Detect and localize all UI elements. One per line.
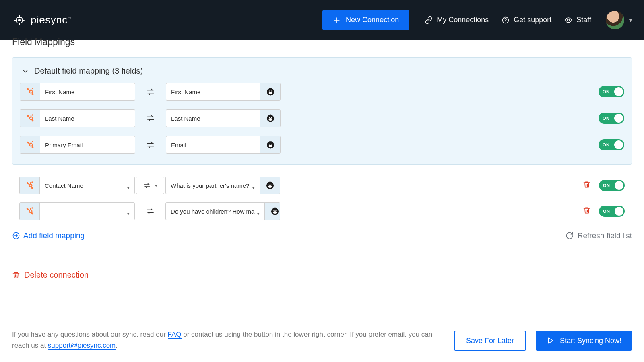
source-field-select[interactable]	[19, 202, 135, 220]
app-header: piesync™ New Connection My Connections G…	[0, 0, 644, 40]
logo[interactable]: piesync™	[12, 13, 71, 27]
page-title: Field Mappings	[12, 37, 632, 47]
target-field: First Name	[166, 83, 281, 101]
footer: If you have any questions about our sync…	[12, 329, 632, 351]
bidirectional-icon	[146, 87, 155, 97]
mailchimp-icon	[260, 110, 280, 127]
delete-connection-label: Delete connection	[24, 270, 89, 280]
chevron-down-icon	[21, 67, 29, 75]
avatar	[606, 11, 624, 29]
start-syncing-button[interactable]: Start Syncing Now!	[536, 331, 632, 351]
refresh-icon	[566, 232, 574, 240]
default-mapping-panel: Default field mapping (3 fields) First N…	[12, 57, 632, 165]
support-email-link[interactable]: support@piesync.com	[48, 341, 116, 350]
question-icon	[502, 16, 510, 24]
toggle[interactable]: ON	[599, 206, 625, 217]
play-icon	[546, 337, 554, 345]
bidirectional-icon	[145, 206, 155, 216]
new-connection-button[interactable]: New Connection	[322, 10, 409, 30]
direction-indicator	[135, 113, 166, 123]
bidirectional-icon	[143, 181, 151, 189]
source-field-value: Contact Name	[40, 182, 134, 189]
target-field-value: What is your partner's name?	[166, 182, 260, 189]
refresh-field-list-button[interactable]: Refresh field list	[566, 231, 632, 240]
direction-indicator	[135, 140, 166, 150]
source-field-value: Primary Email	[40, 142, 135, 148]
piesync-logo-icon	[12, 13, 27, 27]
mapping-row: Primary Email Email ON	[20, 136, 624, 154]
brand-tm: ™	[68, 17, 72, 20]
hubspot-icon	[20, 83, 40, 100]
source-field-value: Last Name	[40, 115, 135, 122]
toggle[interactable]: ON	[599, 113, 624, 124]
nav-staff-label: Staff	[576, 16, 591, 24]
target-field-select[interactable]: Do you have children? How ma	[165, 202, 280, 220]
target-field-value: Do you have children? How ma	[166, 208, 264, 215]
delete-row-button[interactable]	[583, 181, 591, 191]
footer-text: If you have any questions about our sync…	[12, 329, 438, 351]
direction-toggle[interactable]	[136, 177, 164, 194]
toggle[interactable]: ON	[599, 86, 624, 97]
bidirectional-icon	[146, 113, 155, 123]
refresh-field-label: Refresh field list	[578, 231, 632, 240]
direction-indicator	[135, 87, 166, 97]
toggle[interactable]: ON	[599, 180, 625, 191]
toggle[interactable]: ON	[599, 139, 624, 150]
target-field-value: Email	[166, 142, 260, 148]
source-field-select[interactable]: Contact Name	[19, 177, 135, 194]
brand-name: piesync	[31, 14, 68, 26]
trash-icon	[583, 206, 591, 214]
target-field-select[interactable]: What is your partner's name?	[165, 177, 280, 194]
panel-title: Default field mapping (3 fields)	[34, 66, 143, 76]
hubspot-icon	[20, 177, 40, 194]
target-field-value: Last Name	[166, 115, 260, 122]
hubspot-icon	[20, 203, 40, 220]
add-field-label: Add field mapping	[23, 231, 85, 240]
nav-get-support-label: Get support	[514, 16, 551, 24]
source-field: Primary Email	[20, 136, 135, 154]
mailchimp-icon	[264, 203, 280, 220]
mailchimp-icon	[260, 136, 280, 153]
nav-get-support[interactable]: Get support	[502, 16, 551, 24]
user-menu[interactable]	[606, 11, 632, 29]
delete-connection-button[interactable]: Delete connection	[12, 270, 632, 280]
direction-indicator	[135, 206, 165, 216]
mailchimp-icon	[260, 177, 280, 194]
source-field: Last Name	[20, 109, 135, 127]
target-field-value: First Name	[166, 88, 260, 95]
nav-my-connections-label: My Connections	[437, 16, 489, 24]
bidirectional-icon	[146, 140, 155, 150]
source-field-value: First Name	[40, 88, 135, 95]
svg-rect-1	[18, 19, 21, 21]
svg-point-4	[568, 19, 570, 21]
source-field: First Name	[20, 83, 135, 101]
footer-text-3: .	[116, 341, 118, 349]
hubspot-icon	[20, 136, 40, 153]
save-for-later-button[interactable]: Save For Later	[454, 331, 526, 351]
custom-mapping-row: Do you have children? How ma ON	[19, 202, 625, 220]
chevron-down-icon	[629, 16, 632, 23]
delete-row-button[interactable]	[583, 206, 591, 216]
link-icon	[425, 16, 433, 24]
custom-mapping-row: Contact Name What is your partner's name…	[19, 177, 625, 194]
start-syncing-label: Start Syncing Now!	[560, 337, 621, 345]
mapping-row: Last Name Last Name ON	[20, 109, 624, 127]
plus-circle-icon	[12, 232, 20, 240]
nav-staff[interactable]: Staff	[564, 16, 591, 24]
mapping-row: First Name First Name ON	[20, 83, 624, 101]
footer-text-1: If you have any questions about our sync…	[12, 331, 168, 338]
panel-header[interactable]: Default field mapping (3 fields)	[12, 58, 632, 80]
new-connection-label: New Connection	[346, 16, 399, 24]
eye-icon	[564, 16, 572, 24]
divider	[12, 259, 632, 259]
trash-icon	[583, 181, 591, 189]
nav-my-connections[interactable]: My Connections	[425, 16, 489, 24]
target-field: Last Name	[166, 109, 281, 127]
mailchimp-icon	[260, 83, 280, 100]
faq-link[interactable]: FAQ	[168, 331, 182, 339]
plus-icon	[333, 16, 341, 24]
hubspot-icon	[20, 110, 40, 127]
add-field-mapping-button[interactable]: Add field mapping	[12, 231, 85, 240]
target-field: Email	[166, 136, 281, 154]
svg-point-3	[506, 21, 506, 22]
